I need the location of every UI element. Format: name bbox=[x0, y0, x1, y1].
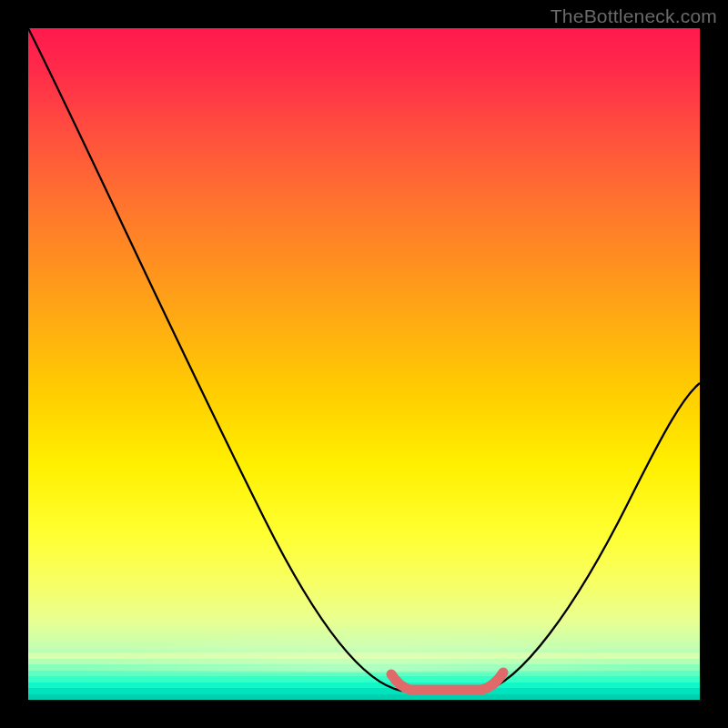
optimal-range-marker bbox=[391, 672, 503, 690]
bottleneck-curve bbox=[28, 28, 700, 691]
chart-frame: TheBottleneck.com bbox=[0, 0, 728, 728]
curve-layer bbox=[28, 28, 700, 700]
plot-area bbox=[28, 28, 700, 700]
watermark-text: TheBottleneck.com bbox=[551, 5, 717, 27]
